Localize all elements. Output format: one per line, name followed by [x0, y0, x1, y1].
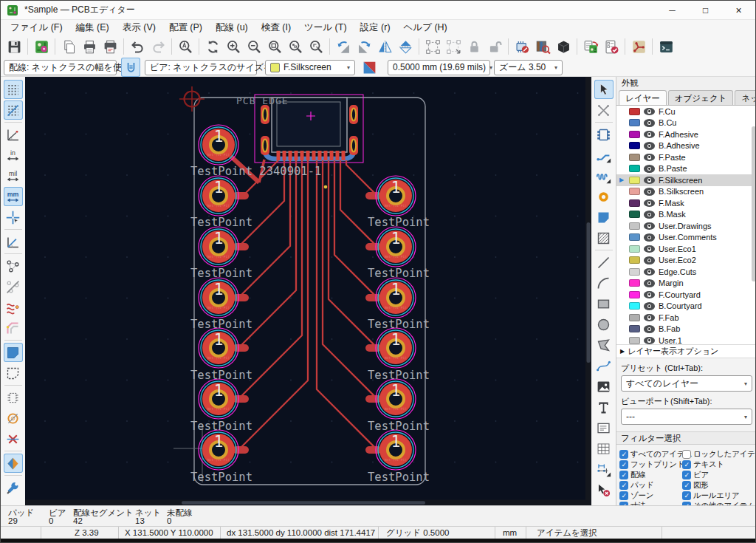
board-setup-button[interactable]: [32, 37, 51, 56]
layer-color-swatch[interactable]: [629, 142, 640, 149]
checkbox[interactable]: ✓: [619, 450, 628, 459]
flip-horizontal-button[interactable]: [375, 37, 394, 56]
filter-item-9[interactable]: ✓ルールエリア: [682, 491, 756, 500]
zoom-selection-button[interactable]: [306, 37, 326, 56]
layer-row-B.Paste[interactable]: B.Paste: [616, 163, 756, 175]
filter-item-5[interactable]: ✓ビア: [682, 470, 756, 479]
draw-arc-button[interactable]: [594, 273, 614, 293]
layer-row-B.Adhesive[interactable]: B.Adhesive: [616, 140, 756, 152]
checkbox[interactable]: ✓: [682, 481, 691, 490]
cursor-full-crosshair-button[interactable]: [4, 208, 23, 227]
tab-レイヤー[interactable]: レイヤー: [619, 90, 667, 105]
layer-row-Edge.Cuts[interactable]: Edge.Cuts: [616, 266, 756, 278]
grid-dots-button[interactable]: [4, 80, 23, 99]
layer-color-swatch[interactable]: [629, 211, 640, 218]
layer-color-swatch[interactable]: [629, 222, 640, 230]
find-button[interactable]: [176, 37, 195, 56]
menu-item-3[interactable]: 配置 (P): [162, 21, 209, 35]
layer-row-F.Silkscreen[interactable]: ▶F.Silkscreen: [616, 174, 756, 186]
undo-button[interactable]: [128, 37, 147, 56]
layer-row-F.Courtyard[interactable]: F.Courtyard: [616, 289, 756, 301]
preset-dropdown[interactable]: すべてのレイヤー ▾: [621, 375, 752, 392]
layer-row-B.Silkscreen[interactable]: B.Silkscreen: [616, 186, 756, 198]
layer-color-swatch[interactable]: [629, 108, 640, 115]
testpoint-silkscreen-label[interactable]: TestPoint: [368, 369, 430, 382]
zoom-in-button[interactable]: [224, 37, 243, 56]
layer-row-B.Cu[interactable]: B.Cu: [616, 117, 756, 129]
layer-color-swatch[interactable]: [629, 279, 640, 287]
layer-color-swatch[interactable]: [629, 291, 640, 298]
high-contrast-mode-button[interactable]: [4, 454, 23, 473]
show-ratsnest-button[interactable]: [4, 256, 23, 276]
draw-line-button[interactable]: [594, 253, 614, 272]
zone-outline-mode-button[interactable]: [4, 363, 23, 383]
layer-color-swatch[interactable]: [629, 131, 640, 138]
layer-row-F.Fab[interactable]: F.Fab: [616, 312, 756, 324]
update-pcb-from-schematic-button[interactable]: [581, 37, 600, 56]
page-settings-button[interactable]: [59, 37, 78, 56]
save-button[interactable]: [4, 37, 24, 56]
net-highlight-button[interactable]: [4, 318, 23, 338]
active-layer-dropdown[interactable]: F.Silkscreen ▾: [265, 60, 355, 75]
testpoint-silkscreen-label[interactable]: TestPoint: [190, 471, 252, 484]
layer-visibility-eye-icon[interactable]: [644, 119, 655, 127]
grid-dropdown[interactable]: 0.5000 mm (19.69 mils) ▾: [388, 60, 490, 75]
add-textbox-button[interactable]: [594, 418, 614, 437]
layer-visibility-eye-icon[interactable]: [644, 268, 655, 276]
layer-visibility-eye-icon[interactable]: [644, 337, 655, 345]
testpoint-pad[interactable]: 1Net-(J1-P1): [199, 176, 238, 216]
draw-circle-button[interactable]: [594, 315, 614, 334]
draw-bezier-button[interactable]: [594, 356, 614, 375]
zone-fill-mode-button[interactable]: [4, 343, 23, 362]
layer-row-User.1[interactable]: User.1: [616, 335, 756, 345]
testpoint-pad[interactable]: 1Net-(J1-P1): [199, 328, 238, 368]
testpoint-pad[interactable]: 1Net-(J1-P1): [199, 125, 238, 165]
layer-color-swatch[interactable]: [629, 154, 640, 161]
zoom-out-button[interactable]: [244, 37, 264, 56]
net-inspector-button[interactable]: [629, 37, 648, 56]
menu-item-1[interactable]: 編集 (E): [69, 21, 116, 35]
menu-item-5[interactable]: 検査 (I): [255, 21, 298, 35]
testpoint-silkscreen-label[interactable]: TestPoint: [190, 318, 252, 331]
testpoint-pad[interactable]: 1Net-(J1-P1): [376, 278, 416, 318]
filter-item-6[interactable]: ✓パッド: [619, 480, 682, 490]
testpoint-pad[interactable]: 1Net-(J1-P1): [376, 176, 416, 216]
add-table-button[interactable]: [594, 439, 614, 458]
design-rules-check-button[interactable]: [602, 37, 621, 56]
testpoint-silkscreen-label[interactable]: TestPoint: [368, 318, 430, 331]
close-button[interactable]: ×: [722, 1, 755, 19]
checkbox[interactable]: ✓: [619, 460, 628, 469]
layer-row-F.Cu[interactable]: F.Cu: [616, 106, 756, 117]
testpoint-pad[interactable]: 1Net-(J1-P1): [199, 278, 238, 318]
tab-オブジェクト[interactable]: オブジェクト: [668, 90, 734, 105]
testpoint-pad[interactable]: 1Net-(J1-P1): [199, 227, 238, 267]
grid-override-button[interactable]: [4, 100, 23, 120]
layer-row-Margin[interactable]: Margin: [616, 278, 756, 290]
filter-item-0[interactable]: ✓すべてのアイテム: [619, 449, 682, 459]
layer-visibility-eye-icon[interactable]: [644, 233, 655, 242]
layer-color-swatch[interactable]: [629, 199, 640, 207]
redo-button[interactable]: [148, 37, 168, 56]
properties-panel-button[interactable]: [4, 478, 23, 497]
layer-visibility-eye-icon[interactable]: [644, 188, 655, 196]
layer-color-swatch[interactable]: [629, 177, 640, 184]
filter-item-4[interactable]: ✓配線: [619, 470, 682, 479]
layer-row-B.Mask[interactable]: B.Mask: [616, 209, 756, 221]
testpoint-pad[interactable]: 1Net-(J1-P1): [199, 379, 238, 419]
testpoint-silkscreen-label[interactable]: TestPoint: [368, 267, 430, 280]
tab-ネット[interactable]: ネット: [735, 90, 756, 105]
draw-polygon-button[interactable]: [594, 335, 614, 355]
layer-visibility-eye-icon[interactable]: [644, 142, 655, 150]
layer-color-swatch[interactable]: [629, 245, 640, 253]
layer-visibility-eye-icon[interactable]: [644, 108, 655, 116]
units-inches-button[interactable]: in: [4, 146, 23, 165]
layer-color-swatch[interactable]: [629, 268, 640, 276]
layer-visibility-eye-icon[interactable]: [644, 165, 655, 173]
print-button[interactable]: [80, 37, 99, 56]
pcb-edge-text[interactable]: PCB EDGE: [236, 95, 289, 106]
testpoint-silkscreen-label[interactable]: TestPoint: [190, 369, 252, 382]
filter-item-7[interactable]: ✓図形: [682, 480, 756, 490]
layer-color-swatch[interactable]: [629, 188, 640, 195]
menu-item-7[interactable]: 設定 (r): [354, 21, 397, 35]
zoom-fit-page-button[interactable]: [265, 37, 284, 56]
